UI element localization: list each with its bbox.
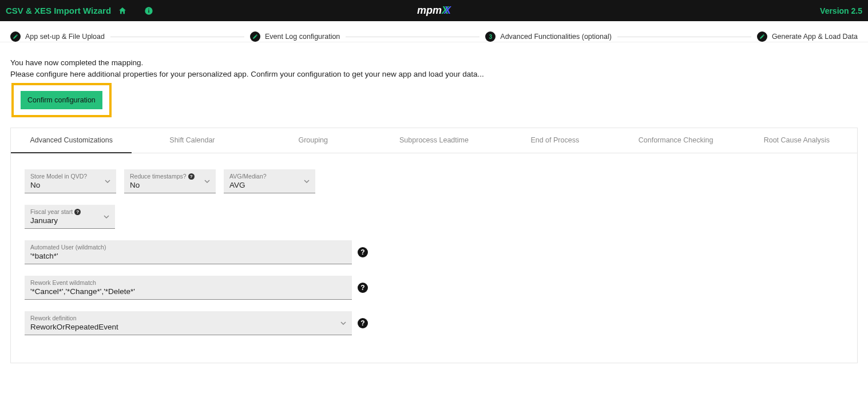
field-label: Rework definition — [30, 315, 346, 321]
logo: mpmXX — [417, 5, 451, 17]
info-icon[interactable] — [144, 6, 153, 15]
edit-icon — [757, 31, 767, 42]
rework-definition-select[interactable]: Rework definition ReworkOrRepeatedEvent — [25, 311, 352, 335]
avg-median-select[interactable]: AVG/Median? AVG — [224, 169, 315, 193]
automated-user-input[interactable]: Automated User (wildmatch) '*batch*' — [25, 240, 352, 264]
field-label: Store Model in QVD? — [30, 173, 110, 180]
step-event-log[interactable]: Event Log configuration — [250, 31, 340, 42]
step-label: Advanced Functionalities (optional) — [500, 33, 612, 41]
step-label: Event Log configuration — [265, 33, 340, 41]
tab-grouping[interactable]: Grouping — [253, 128, 374, 153]
tab-conformance-checking[interactable]: Conformance Checking — [615, 128, 736, 153]
version-label: Version 2.5 — [820, 6, 862, 15]
tab-root-cause-analysis[interactable]: Root Cause Analysis — [736, 128, 857, 153]
field-value: No — [30, 181, 110, 189]
confirm-highlight: Confirm configuration — [11, 83, 112, 117]
intro-line-1: You have now completed the mapping. — [10, 57, 858, 69]
help-icon[interactable]: ? — [358, 283, 368, 293]
step-divider — [110, 37, 244, 37]
chevron-down-icon — [340, 318, 346, 328]
field-label: Fiscal year start ? — [30, 208, 109, 215]
edit-icon — [10, 31, 21, 42]
edit-icon — [250, 31, 260, 42]
step-number-icon: 3 — [485, 31, 496, 42]
field-value: January — [30, 216, 109, 225]
help-icon[interactable]: ? — [188, 173, 195, 180]
field-value: ReworkOrRepeatedEvent — [30, 323, 346, 331]
confirm-button[interactable]: Confirm configuration — [21, 91, 102, 109]
rework-event-input[interactable]: Rework Event wildmatch '*Cancel*','*Chan… — [25, 276, 352, 300]
fiscal-year-select[interactable]: Fiscal year start ? January — [25, 205, 115, 229]
field-value: No — [130, 181, 210, 189]
chevron-down-icon — [304, 176, 310, 186]
tab-shift-calendar[interactable]: Shift Calendar — [132, 128, 252, 153]
field-value: '*batch*' — [30, 252, 346, 260]
app-title: CSV & XES Import Wizard — [6, 6, 111, 15]
tab-advanced-customizations[interactable]: Advanced Customizations — [11, 128, 132, 153]
step-divider — [346, 37, 479, 37]
field-label: Automated User (wildmatch) — [30, 244, 346, 251]
help-icon[interactable]: ? — [358, 247, 368, 257]
topbar: CSV & XES Import Wizard mpmXX Version 2.… — [0, 0, 868, 21]
step-advanced[interactable]: 3 Advanced Functionalities (optional) — [485, 31, 612, 42]
help-icon[interactable]: ? — [358, 318, 368, 328]
step-generate[interactable]: Generate App & Load Data — [757, 31, 858, 42]
field-label: Reduce timestamps? ? — [130, 173, 210, 180]
step-divider — [617, 37, 751, 37]
tabs: Advanced Customizations Shift Calendar G… — [10, 128, 858, 153]
help-icon[interactable]: ? — [74, 209, 81, 215]
intro-line-2: Please configure here additional propert… — [10, 69, 858, 80]
step-label: App set-up & File Upload — [25, 33, 105, 41]
intro-text: You have now completed the mapping. Plea… — [0, 42, 868, 117]
svg-rect-1 — [148, 10, 149, 13]
field-label: Rework Event wildmatch — [30, 279, 346, 286]
stepper: App set-up & File Upload Event Log confi… — [0, 21, 868, 42]
reduce-timestamps-select[interactable]: Reduce timestamps? ? No — [124, 169, 216, 193]
field-label: AVG/Median? — [229, 173, 310, 180]
store-model-select[interactable]: Store Model in QVD? No — [25, 169, 116, 193]
svg-rect-2 — [148, 9, 149, 9]
tab-subprocess-leadtime[interactable]: Subprocess Leadtime — [374, 128, 494, 153]
home-icon[interactable] — [118, 6, 127, 15]
tab-end-of-process[interactable]: End of Process — [494, 128, 615, 153]
chevron-down-icon — [105, 176, 110, 186]
step-label: Generate App & Load Data — [772, 33, 858, 41]
chevron-down-icon — [204, 176, 210, 186]
panel-advanced-customizations: Store Model in QVD? No Reduce timestamps… — [10, 153, 858, 363]
chevron-down-icon — [104, 212, 109, 222]
field-value: AVG — [229, 181, 310, 189]
step-app-setup[interactable]: App set-up & File Upload — [10, 31, 105, 42]
field-value: '*Cancel*','*Change*','*Delete*' — [30, 287, 346, 296]
